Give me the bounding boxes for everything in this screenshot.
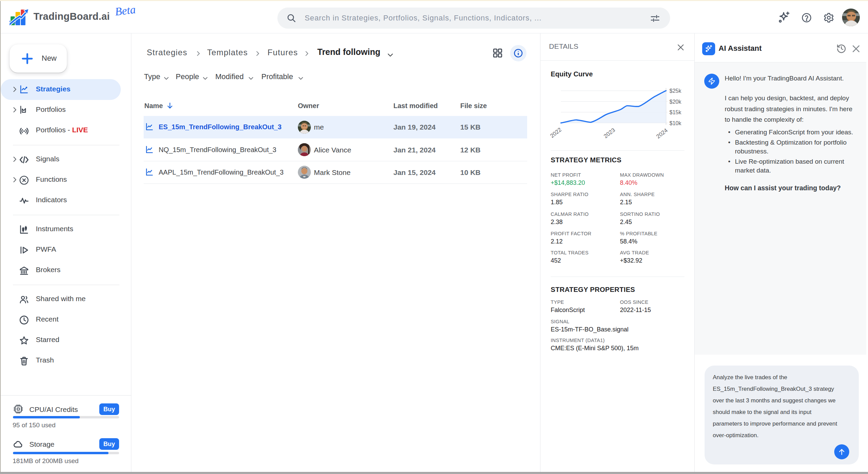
svg-text:$10k: $10k — [669, 120, 682, 126]
svg-text:$20k: $20k — [669, 99, 682, 105]
svg-text:$15k: $15k — [669, 109, 682, 115]
svg-text:2022: 2022 — [549, 127, 563, 139]
svg-text:2024: 2024 — [655, 127, 669, 140]
svg-text:2023: 2023 — [603, 127, 616, 139]
svg-text:$25k: $25k — [669, 88, 682, 94]
